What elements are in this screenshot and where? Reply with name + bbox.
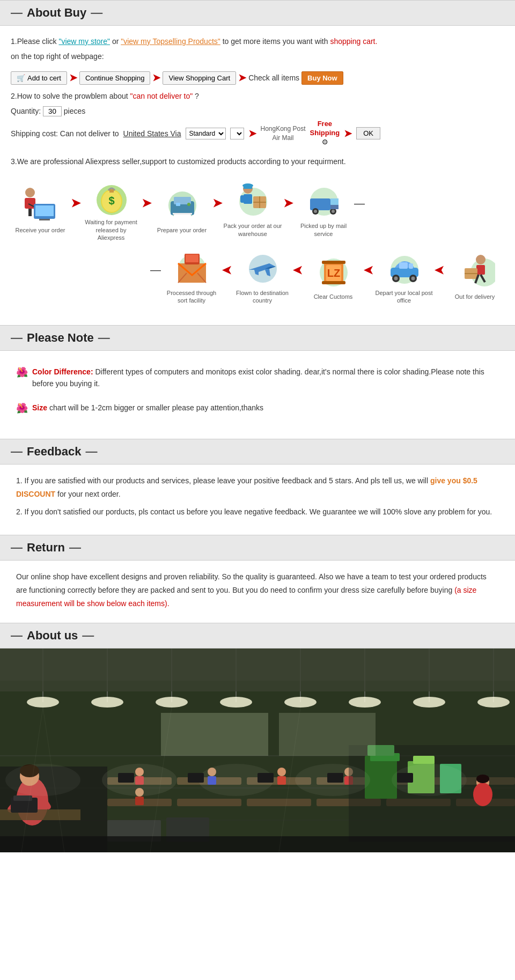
free-shipping-label: FreeShipping⊙	[310, 120, 340, 147]
svg-rect-2	[28, 209, 32, 216]
shipping-method-select[interactable]: Standard	[186, 128, 226, 139]
svg-rect-11	[109, 189, 114, 193]
check-all-items-label: Check all items	[248, 73, 299, 82]
feedback-text-1: 1. If you are satisfied with our product…	[16, 474, 499, 501]
continue-shopping-button[interactable]: Continue Shopping	[79, 71, 151, 85]
svg-rect-56	[322, 261, 345, 264]
flow-item-10: Processed through sort facility	[162, 247, 221, 305]
svg-rect-101	[247, 799, 311, 806]
topselling-link[interactable]: "view my Topselling Products"	[121, 37, 220, 46]
prepare-icon	[160, 184, 203, 224]
flow-row-2: Out for delivery ➤	[11, 247, 504, 305]
step-1: 1.Please click "view my store" or "view …	[11, 35, 504, 63]
svg-text:$: $	[108, 195, 114, 207]
buy-now-button[interactable]: Buy Now	[301, 71, 343, 85]
about-us-section: — About us —	[0, 623, 515, 852]
svg-rect-21	[244, 194, 252, 204]
svg-rect-142	[397, 773, 413, 783]
svg-point-0	[25, 188, 35, 197]
svg-rect-15	[173, 213, 192, 215]
svg-rect-24	[244, 186, 252, 189]
svg-point-79	[349, 697, 381, 708]
shipping-arrow: ➤	[248, 128, 256, 139]
payment-icon: $	[90, 176, 133, 216]
flow-label-8: Clear Cuctoms	[314, 293, 353, 300]
view-cart-button[interactable]: View Shopping Cart	[163, 71, 236, 85]
svg-rect-57	[322, 281, 345, 284]
about-us-title: About us	[27, 629, 78, 643]
step-2: 2.How to solve the prowblem about "can n…	[11, 90, 504, 147]
svg-rect-29	[310, 198, 330, 210]
pack-icon	[231, 180, 274, 220]
flow-item-9: Flown to destination country	[233, 247, 292, 305]
color-diff-label: Color Difference:	[32, 367, 93, 376]
cart-steps: 🛒 Add to cert ➤ Continue Shopping ➤ View…	[11, 71, 504, 85]
svg-point-33	[314, 210, 317, 213]
feedback-section: — Feedback — 1. If you are satisfied wit…	[0, 439, 515, 535]
view-store-link[interactable]: "view my store"	[58, 37, 110, 46]
return-title: Return	[27, 541, 65, 555]
flow-arrow-3: ➤	[212, 196, 222, 221]
postoffice-icon	[382, 247, 425, 287]
svg-rect-140	[258, 773, 274, 783]
shipping-detail-select[interactable]	[230, 128, 244, 139]
svg-point-38	[476, 255, 485, 264]
flow-dash-1: —	[354, 197, 365, 220]
svg-rect-122	[413, 756, 435, 764]
about-buy-section: — About Buy — 1.Please click "view my st…	[0, 0, 515, 325]
note-icon-1: 🌺	[16, 366, 28, 378]
flow-label-6: Out for delivery	[455, 293, 495, 300]
flow-label-1: Receive your order	[16, 226, 65, 234]
add-to-cart-button[interactable]: 🛒 Add to cert	[11, 71, 67, 85]
plane-icon	[241, 247, 284, 287]
svg-point-49	[411, 276, 415, 280]
delivery-icon	[453, 250, 496, 291]
please-note-section: — Please Note — 🌺 Color Difference: Diff…	[0, 325, 515, 439]
flow-item-8: LZ Clear Cuctoms	[304, 250, 363, 300]
svg-rect-110	[277, 776, 286, 785]
ok-button[interactable]: OK	[356, 127, 380, 139]
note-item-2: 🌺 Size chart will be 1-2cm bigger or sma…	[16, 402, 499, 414]
svg-point-133	[102, 764, 177, 796]
note-item-1: 🌺 Color Difference: Different types of c…	[16, 366, 499, 390]
flow-label-10: Processed through sort facility	[162, 289, 221, 305]
customs-icon: LZ	[312, 250, 355, 291]
flow-item-4: Pack your order at our warehouse	[223, 180, 282, 238]
size-label: Size	[32, 403, 47, 412]
quantity-input[interactable]	[43, 106, 62, 116]
svg-point-73	[156, 697, 188, 708]
flow-arrow-5: ➤	[435, 263, 444, 288]
shipping-info-box: Quantity: pieces Shipping cost: Can not …	[11, 106, 380, 147]
step-3: 3.We are professional Aliexpress seller,…	[11, 156, 504, 167]
note-icon-2: 🌺	[16, 402, 28, 414]
svg-rect-31	[330, 198, 339, 205]
flow-label-4: Pack your order at our warehouse	[223, 222, 282, 238]
svg-rect-50	[399, 262, 408, 269]
svg-point-69	[27, 697, 59, 708]
svg-rect-22	[240, 195, 245, 203]
please-note-content: 🌺 Color Difference: Different types of c…	[0, 351, 515, 439]
svg-rect-51	[409, 263, 413, 269]
feedback-content: 1. If you are satisfied with our product…	[0, 465, 515, 535]
feedback-text-2: 2. If you don't satisfied our porducts, …	[16, 505, 499, 519]
shipping-arrow-2: ➤	[344, 128, 352, 139]
svg-rect-4	[35, 205, 54, 216]
about-buy-title: About Buy	[27, 6, 86, 20]
svg-rect-141	[327, 773, 343, 783]
svg-rect-100	[177, 799, 241, 806]
flow-arrow-6: ➤	[364, 263, 373, 288]
flow-arrow-7: ➤	[293, 263, 303, 288]
flow-dash-2: —	[150, 264, 161, 287]
arrow-3: ➤	[238, 72, 246, 84]
svg-point-126	[476, 775, 489, 783]
shopping-cart-link[interactable]: shopping cart.	[330, 37, 377, 46]
hongkong-post-label: HongKong PostAir Mail	[261, 124, 306, 143]
return-section: — Return — Our online shop have excellen…	[0, 535, 515, 623]
svg-point-71	[91, 697, 123, 708]
feedback-title: Feedback	[27, 445, 82, 459]
svg-rect-39	[476, 265, 485, 275]
svg-rect-138	[118, 773, 134, 783]
svg-point-75	[220, 697, 252, 708]
svg-rect-62	[186, 255, 198, 262]
sort-facility-icon	[170, 247, 213, 287]
